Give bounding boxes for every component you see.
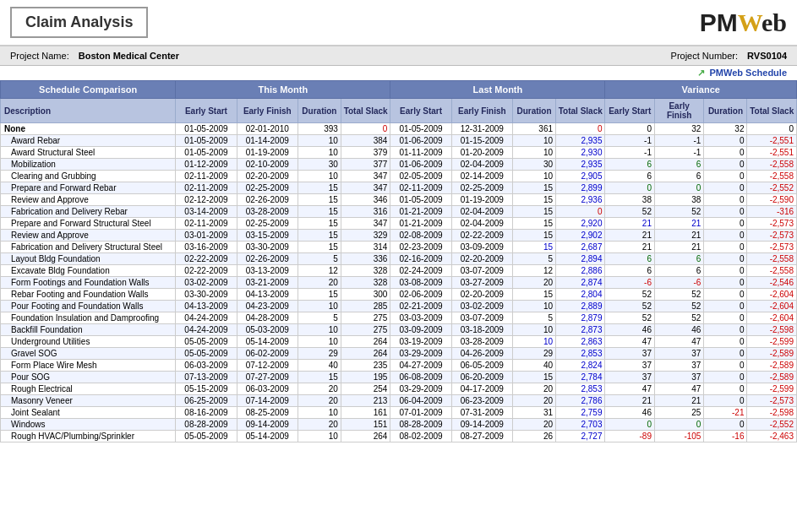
v-ts-header: Total Slack bbox=[747, 99, 797, 123]
schedule-link-icon: ↗ bbox=[697, 68, 705, 78]
table-row: Mobilization01-12-200902-10-20093037701-… bbox=[1, 159, 797, 171]
section-header-row: Schedule Comparison This Month Last Mont… bbox=[1, 81, 797, 99]
table-row: Award Rebar01-05-200901-14-20091038401-0… bbox=[1, 135, 797, 147]
desc-col-header: Description bbox=[1, 99, 176, 123]
table-row: Prepare and Forward Rebar02-11-200902-25… bbox=[1, 182, 797, 194]
logo-eb: eb bbox=[762, 8, 787, 36]
table-row: Form Footings and Foundation Walls03-02-… bbox=[1, 277, 797, 289]
v-dur-header: Duration bbox=[704, 99, 747, 123]
table-row: Joint Sealant08-16-200908-25-20091016107… bbox=[1, 407, 797, 419]
table-row: Fabrication and Delivery Rebar03-14-2009… bbox=[1, 206, 797, 218]
table-row: Pour Footing and Foundation Walls04-13-2… bbox=[1, 301, 797, 312]
v-es-header: Early Start bbox=[605, 99, 654, 123]
tm-es-header: Early Start bbox=[176, 99, 237, 123]
table-row: Rough HVAC/Plumbing/Sprinkler05-05-20090… bbox=[1, 431, 797, 442]
table-row: Gravel SOG05-05-200906-02-20092926403-29… bbox=[1, 348, 797, 360]
variance-header: Variance bbox=[605, 81, 797, 99]
table-row: None01-05-200902-01-2010393001-05-200912… bbox=[1, 123, 797, 135]
project-number-label: Project Number: bbox=[671, 51, 738, 61]
app-title: Claim Analysis bbox=[10, 7, 148, 38]
table-row: Prepare and Forward Structural Steel02-1… bbox=[1, 218, 797, 230]
tm-ef-header: Early Finish bbox=[237, 99, 298, 123]
lm-ef-header: Early Finish bbox=[451, 99, 512, 123]
table-row: Foundation Insulation and Damproofing04-… bbox=[1, 312, 797, 324]
project-number-area: Project Number: RVS0104 bbox=[671, 51, 787, 61]
table-row: Windows08-28-200909-14-20092015108-28-20… bbox=[1, 419, 797, 431]
project-name-label: Project Name: bbox=[10, 51, 69, 61]
logo-w-icon: W bbox=[738, 8, 762, 36]
table-row: Rough Electrical05-15-200906-03-20092025… bbox=[1, 383, 797, 395]
lm-dur-header: Duration bbox=[512, 99, 555, 123]
project-number-value: RVS0104 bbox=[747, 51, 787, 61]
schedule-link[interactable]: PMWeb Schedule bbox=[710, 68, 787, 78]
this-month-header: This Month bbox=[176, 81, 390, 99]
table-row: Fabrication and Delivery Structural Stee… bbox=[1, 242, 797, 253]
project-bar: Project Name: Boston Medical Center Proj… bbox=[0, 46, 797, 66]
project-name-area: Project Name: Boston Medical Center bbox=[10, 51, 179, 61]
tm-dur-header: Duration bbox=[298, 99, 341, 123]
last-month-header: Last Month bbox=[390, 81, 605, 99]
logo-pm: PM bbox=[700, 8, 738, 36]
table-row: Excavate Bldg Foundation02-22-200903-13-… bbox=[1, 265, 797, 277]
table-row: Review and Approve03-01-200903-15-200915… bbox=[1, 230, 797, 242]
table-row: Layout Bldg Foundation02-22-200902-26-20… bbox=[1, 253, 797, 265]
table-row: Form Place Wire Mesh06-03-200907-12-2009… bbox=[1, 360, 797, 372]
lm-ts-header: Total Slack bbox=[556, 99, 605, 123]
table-row: Award Structural Steel01-05-200901-19-20… bbox=[1, 147, 797, 159]
table-row: Review and Approve02-12-200902-26-200915… bbox=[1, 194, 797, 206]
logo: PMWeb bbox=[700, 8, 787, 37]
v-ef-header: Early Finish bbox=[654, 99, 703, 123]
lm-es-header: Early Start bbox=[390, 99, 451, 123]
header-area: Claim Analysis PMWeb bbox=[0, 0, 797, 46]
schedule-comparison-header: Schedule Comparison bbox=[1, 81, 176, 99]
schedule-link-row: ↗ PMWeb Schedule bbox=[0, 66, 797, 80]
table-row: Masonry Veneer06-25-200907-14-2009202130… bbox=[1, 395, 797, 407]
col-header-row: Description Early Start Early Finish Dur… bbox=[1, 99, 797, 123]
table-row: Pour SOG07-13-200907-27-20091519506-08-2… bbox=[1, 372, 797, 383]
table-row: Backfill Foundation04-24-200905-03-20091… bbox=[1, 324, 797, 336]
tm-ts-header: Total Slack bbox=[341, 99, 390, 123]
table-row: Clearing and Grubbing02-11-200902-20-200… bbox=[1, 171, 797, 182]
project-name-value: Boston Medical Center bbox=[79, 51, 179, 61]
table-row: Rebar Footing and Foundation Walls03-30-… bbox=[1, 289, 797, 301]
table-row: Underground Utilities05-05-200905-14-200… bbox=[1, 336, 797, 348]
